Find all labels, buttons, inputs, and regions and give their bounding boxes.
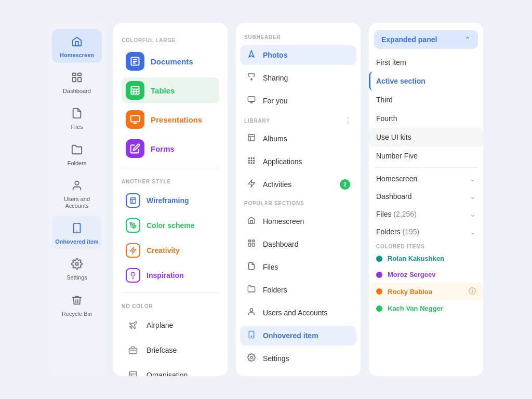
files-icon (69, 105, 85, 122)
user-name-kach: Kach Van Negger (388, 304, 443, 312)
nav-item-popular-folders[interactable]: Folders (240, 280, 356, 300)
folders-icon (69, 141, 85, 158)
library-more-icon[interactable]: ⋮ (344, 116, 352, 126)
sidebar-item-homescreen[interactable]: Homescreen (52, 29, 102, 63)
expand-dashboard[interactable]: Dashboard ⌄ (369, 188, 483, 205)
svg-point-42 (254, 157, 255, 158)
svg-point-43 (248, 160, 249, 161)
cl-item-forms-label: Forms (151, 144, 175, 153)
ep-item-use-ui-kits[interactable]: Use UI kits (369, 128, 483, 147)
user-item-rocky[interactable]: Rocky Babloa ⓘ (369, 283, 483, 300)
nc-item-airplane[interactable]: Airplane (122, 314, 219, 336)
users-icon (69, 177, 85, 194)
ep-item-number-five[interactable]: Number Five (369, 147, 483, 165)
nav-item-popular-files[interactable]: Files (240, 257, 356, 277)
nav-item-applications[interactable]: Applications (240, 152, 356, 171)
cl-item-presentations[interactable]: Presentations (122, 107, 219, 132)
sidebar-item-users-label: Users and Accounts (54, 196, 100, 209)
sidebar-item-dashboard[interactable]: Dashboard (52, 65, 102, 99)
user-dot-kach (376, 305, 382, 312)
cl-item-documents[interactable]: Documents (122, 48, 219, 74)
sidebar-item-settings[interactable]: Settings (52, 251, 102, 285)
sidebar-item-files[interactable]: Files (52, 101, 102, 135)
chevron-down-icon-2: ⌄ (470, 192, 476, 201)
user-item-rolan[interactable]: Rolan Kakushken (369, 250, 483, 267)
as-item-creativity-label: Creativity (147, 246, 180, 255)
user-item-moroz[interactable]: Moroz Sergeev (369, 267, 483, 283)
sidebar-item-folders[interactable]: Folders (52, 137, 102, 171)
sidebar-item-users[interactable]: Users and Accounts (52, 173, 102, 214)
nav-item-popular-dashboard[interactable]: Dashboard (240, 234, 356, 254)
nav-item-popular-homescreen[interactable]: Homescreen (240, 211, 356, 231)
dashboard-icon (69, 69, 85, 86)
nav-item-albums[interactable]: Albums (240, 129, 356, 149)
sidebar-item-files-label: Files (71, 124, 83, 130)
sidebar-item-onhovered[interactable]: Onhovered item (52, 216, 102, 249)
nav-item-popular-users[interactable]: Users and Accounts (240, 303, 356, 323)
sidebar-item-homescreen-label: Homescreen (60, 52, 94, 59)
ep-item-third[interactable]: Third (369, 90, 483, 109)
svg-point-7 (75, 263, 78, 266)
svg-point-47 (251, 163, 252, 164)
sidebar-item-onhovered-label: Onhovered item (55, 238, 99, 245)
svg-rect-0 (73, 73, 76, 76)
as-item-inspiration[interactable]: Inspiration (122, 264, 219, 286)
cl-item-tables[interactable]: Tables (122, 77, 219, 103)
as-item-wireframing[interactable]: Wireframing (122, 190, 219, 211)
expand-folders[interactable]: Folders (195) ⌄ (369, 223, 483, 241)
sidebar-item-recycle[interactable]: Recycle Bin (52, 288, 102, 322)
ep-item-active-section[interactable]: Active section (369, 72, 483, 90)
svg-rect-53 (252, 243, 255, 246)
expand-homescreen[interactable]: Homescreen ⌄ (369, 170, 483, 188)
nav-item-activities[interactable]: Activities 2 (240, 175, 356, 194)
svg-rect-52 (248, 243, 251, 246)
svg-marker-49 (248, 180, 255, 187)
popular-folders-icon (246, 285, 257, 295)
nc-item-organisation[interactable]: Organisation (122, 364, 219, 376)
as-item-color-scheme[interactable]: Color scheme (122, 215, 219, 236)
chevron-down-icon: ⌄ (470, 175, 476, 183)
expand-files[interactable]: Files (2,256) ⌄ (369, 205, 483, 223)
nc-item-briefcase[interactable]: Briefcase (122, 339, 219, 361)
activities-icon (246, 179, 257, 190)
svg-rect-1 (78, 73, 81, 76)
cl-item-presentations-label: Presentations (151, 115, 202, 124)
popular-homescreen-icon (246, 216, 257, 227)
nav-item-photos[interactable]: Photos (240, 45, 356, 65)
svg-point-4 (75, 181, 78, 185)
svg-point-44 (251, 160, 252, 161)
ep-header[interactable]: Expanded panel ⌃ (374, 30, 478, 49)
expanded-panel: Expanded panel ⌃ First item Active secti… (369, 23, 483, 376)
activities-badge: 2 (340, 179, 350, 190)
svg-rect-36 (248, 97, 255, 101)
ep-item-fourth[interactable]: Fourth (369, 109, 483, 128)
home-icon (69, 33, 85, 50)
ep-item-first[interactable]: First item (369, 53, 483, 72)
nav-item-sharing[interactable]: Sharing (240, 68, 356, 88)
as-item-wireframing-label: Wireframing (147, 196, 189, 205)
nav-item-popular-settings[interactable]: Settings (240, 349, 356, 368)
briefcase-icon (126, 343, 140, 357)
svg-point-41 (251, 157, 252, 158)
popular-dashboard-icon (246, 239, 257, 249)
another-style-label: ANOTHER STYLE (122, 179, 219, 184)
nav-item-popular-onhovered[interactable]: Onhovered item (240, 326, 356, 345)
user-item-kach[interactable]: Kach Van Negger (369, 300, 483, 316)
as-item-color-scheme-label: Color scheme (147, 221, 195, 230)
nav-item-popular-dashboard-label: Dashboard (263, 240, 299, 248)
sidebar-item-folders-label: Folders (68, 160, 87, 167)
nav-item-sharing-label: Sharing (263, 74, 288, 82)
documents-icon (126, 52, 144, 71)
as-item-creativity[interactable]: Creativity (122, 240, 219, 261)
svg-rect-39 (248, 135, 255, 141)
svg-point-57 (250, 356, 252, 358)
cl-item-forms[interactable]: Forms (122, 136, 219, 162)
expand-dashboard-label: Dashboard (376, 192, 412, 201)
nav-item-for-you[interactable]: For you (240, 91, 356, 111)
creativity-icon (126, 243, 140, 258)
nav-item-photos-label: Photos (263, 51, 287, 59)
albums-icon (246, 134, 257, 144)
nav-item-popular-homescreen-label: Homescreen (263, 217, 304, 225)
svg-rect-3 (78, 77, 81, 82)
popular-settings-icon (246, 353, 257, 364)
